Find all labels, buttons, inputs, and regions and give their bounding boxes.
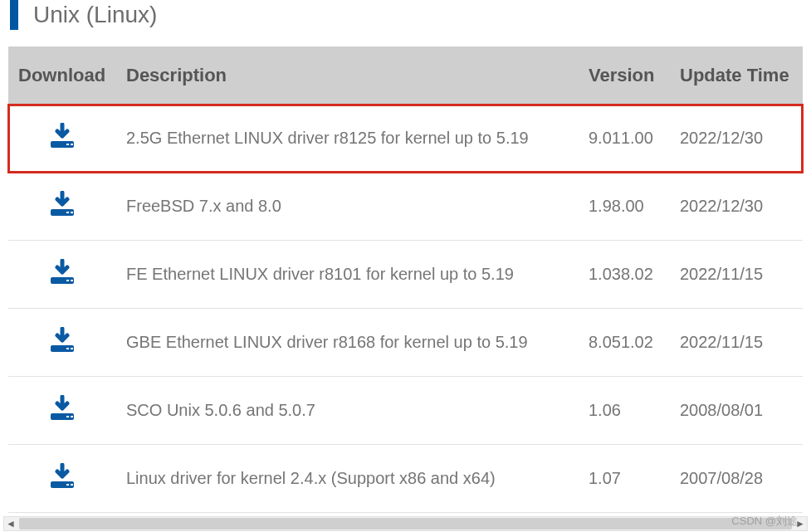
update-time-cell: 2022/12/30 xyxy=(670,173,803,241)
svg-rect-17 xyxy=(71,484,73,486)
svg-rect-16 xyxy=(66,484,69,486)
scroll-left-arrow-icon[interactable]: ◄ xyxy=(4,517,17,530)
column-header-update-time: Update Time xyxy=(670,46,803,105)
version-cell: 1.07 xyxy=(579,445,670,513)
download-icon[interactable] xyxy=(48,259,76,286)
download-icon[interactable] xyxy=(48,191,76,217)
download-cell xyxy=(8,377,116,445)
horizontal-scrollbar[interactable]: ◄ ► xyxy=(3,516,808,531)
svg-rect-3 xyxy=(51,209,74,216)
description-cell: FE Ethernet LINUX driver r8101 for kerne… xyxy=(116,241,579,309)
svg-rect-6 xyxy=(51,277,74,284)
description-cell: SCO Unix 5.0.6 and 5.0.7 xyxy=(116,377,579,445)
scrollbar-thumb[interactable] xyxy=(19,518,792,530)
download-cell xyxy=(8,105,116,173)
table-row: FE Ethernet LINUX driver r8101 for kerne… xyxy=(8,241,803,309)
description-cell: Linux driver for kernel 2.4.x (Support x… xyxy=(116,445,579,513)
description-cell: GBE Ethernet LINUX driver r8168 for kern… xyxy=(116,309,579,377)
svg-rect-0 xyxy=(51,141,74,148)
svg-rect-2 xyxy=(71,144,73,145)
svg-rect-14 xyxy=(71,416,73,417)
version-cell: 9.011.00 xyxy=(579,105,670,173)
download-cell xyxy=(8,241,116,309)
page-header: Unix (Linux) xyxy=(0,0,811,46)
version-cell: 1.06 xyxy=(579,377,670,445)
version-cell: 8.051.02 xyxy=(579,309,670,377)
svg-rect-1 xyxy=(66,144,69,145)
download-icon[interactable] xyxy=(48,395,76,422)
download-icon[interactable] xyxy=(48,463,76,490)
table-row: Linux driver for kernel 2.4.x (Support x… xyxy=(8,445,803,513)
header-accent-bar xyxy=(10,0,18,30)
download-cell xyxy=(8,173,116,241)
description-cell: 2.5G Ethernet LINUX driver r8125 for ker… xyxy=(116,105,579,173)
downloads-table: Download Description Version Update Time… xyxy=(8,46,803,513)
download-cell xyxy=(8,445,116,513)
table-row: GBE Ethernet LINUX driver r8168 for kern… xyxy=(8,309,803,377)
column-header-download: Download xyxy=(8,46,116,105)
svg-rect-5 xyxy=(71,212,73,213)
update-time-cell: 2022/12/30 xyxy=(670,105,803,173)
download-icon[interactable] xyxy=(48,123,76,149)
table-header-row: Download Description Version Update Time xyxy=(8,46,803,105)
svg-rect-10 xyxy=(66,348,69,349)
update-time-cell: 2022/11/15 xyxy=(670,309,803,377)
watermark: CSDN @刘途 xyxy=(731,514,798,529)
svg-rect-9 xyxy=(51,345,74,352)
version-cell: 1.038.02 xyxy=(579,241,670,309)
update-time-cell: 2022/11/15 xyxy=(670,241,803,309)
svg-rect-12 xyxy=(51,413,74,420)
column-header-description: Description xyxy=(116,46,579,105)
svg-rect-15 xyxy=(51,481,74,488)
download-icon[interactable] xyxy=(48,327,76,354)
description-cell: FreeBSD 7.x and 8.0 xyxy=(116,173,579,241)
column-header-version: Version xyxy=(579,46,670,105)
downloads-table-container: Download Description Version Update Time… xyxy=(0,46,811,515)
svg-rect-7 xyxy=(66,280,69,281)
update-time-cell: 2008/08/01 xyxy=(670,377,803,445)
svg-rect-11 xyxy=(71,348,73,349)
table-row: 2.5G Ethernet LINUX driver r8125 for ker… xyxy=(8,105,803,173)
version-cell: 1.98.00 xyxy=(579,173,670,241)
download-cell xyxy=(8,309,116,377)
table-row: FreeBSD 7.x and 8.01.98.002022/12/30 xyxy=(8,173,803,241)
update-time-cell: 2007/08/28 xyxy=(670,445,803,513)
svg-rect-8 xyxy=(71,280,73,281)
page-title: Unix (Linux) xyxy=(33,2,157,28)
table-row: SCO Unix 5.0.6 and 5.0.71.062008/08/01 xyxy=(8,377,803,445)
svg-rect-13 xyxy=(66,416,69,417)
svg-rect-4 xyxy=(66,212,69,213)
